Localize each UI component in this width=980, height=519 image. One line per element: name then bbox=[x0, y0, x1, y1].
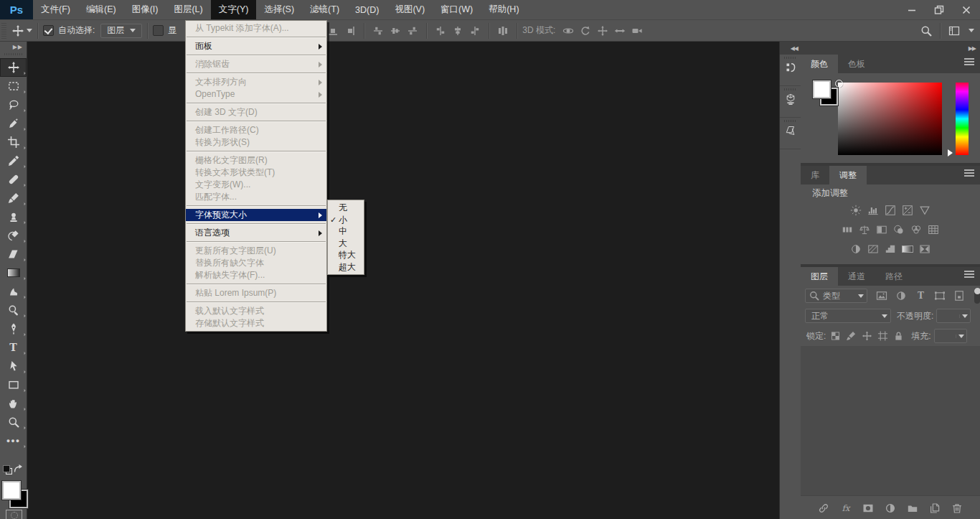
invert-icon[interactable] bbox=[850, 243, 862, 255]
vibrance-icon[interactable] bbox=[919, 204, 931, 216]
menubar-item-3d[interactable]: 3D(D) bbox=[347, 0, 387, 19]
workspace-chevron-icon[interactable] bbox=[969, 29, 974, 32]
align-right-edges-icon[interactable] bbox=[341, 23, 359, 39]
3d-zoom-icon[interactable] bbox=[628, 23, 646, 39]
layer-filter-toggle[interactable] bbox=[974, 288, 980, 304]
menubar-item-window[interactable]: 窗口(W) bbox=[433, 0, 481, 19]
lock-image-icon[interactable] bbox=[846, 330, 857, 342]
link-layers-button[interactable] bbox=[817, 502, 830, 515]
tab-layers-1[interactable]: 通道 bbox=[838, 267, 875, 286]
blend-mode-dropdown[interactable]: 正常 bbox=[805, 309, 891, 323]
font-preview-size-option[interactable]: 大 bbox=[328, 238, 364, 250]
font-preview-size-option[interactable]: 特大 bbox=[328, 249, 364, 261]
quick-selection-tool[interactable] bbox=[0, 114, 27, 133]
delete-layer-button[interactable] bbox=[951, 502, 963, 515]
3d-pan-icon[interactable] bbox=[594, 23, 611, 39]
align-right2-edges-icon[interactable] bbox=[466, 23, 484, 39]
menubar-item-filter[interactable]: 滤镜(T) bbox=[302, 0, 347, 19]
color-panel-menu-icon[interactable] bbox=[964, 61, 974, 62]
history-panel-button[interactable] bbox=[780, 55, 801, 86]
type-menu-item[interactable]: 面板 bbox=[186, 40, 326, 52]
type-menu-item[interactable]: 载入默认文字样式 bbox=[186, 305, 326, 317]
adjustments-panel-menu-icon[interactable] bbox=[964, 172, 974, 174]
adjustment-layers-icon[interactable] bbox=[895, 290, 908, 302]
foreground-color-swatch[interactable] bbox=[2, 481, 21, 500]
hand-tool[interactable] bbox=[0, 394, 27, 413]
color-balance-icon[interactable] bbox=[859, 223, 871, 235]
type-menu-item[interactable]: 创建 3D 文字(D) bbox=[186, 106, 326, 118]
align-bottom2-edges-icon[interactable] bbox=[404, 23, 421, 39]
type-tool[interactable]: T bbox=[0, 338, 27, 357]
hue-ramp[interactable] bbox=[956, 83, 969, 155]
selective-color-icon[interactable] bbox=[919, 243, 931, 255]
type-menu-item[interactable]: 文本排列方向 bbox=[186, 76, 326, 88]
color-picker-circle-icon[interactable] bbox=[835, 80, 843, 88]
type-menu-item[interactable]: 匹配字体... bbox=[186, 191, 326, 203]
align-vertical-centers-icon[interactable] bbox=[387, 23, 404, 39]
color-lookup-icon[interactable] bbox=[928, 223, 940, 235]
lock-transparent-icon[interactable] bbox=[830, 330, 841, 342]
fill-dropdown[interactable] bbox=[934, 329, 967, 343]
swap-colors-icon[interactable] bbox=[13, 464, 24, 475]
type-menu-item[interactable]: 栅格化文字图层(R) bbox=[186, 154, 326, 167]
toolbar-grip[interactable] bbox=[4, 53, 22, 55]
3d-slide-icon[interactable] bbox=[611, 23, 628, 39]
font-preview-size-option[interactable]: 超大 bbox=[328, 261, 364, 273]
menubar-item-layer[interactable]: 图层(L) bbox=[166, 0, 210, 19]
gradient-tool[interactable] bbox=[0, 263, 27, 282]
tab-adjustments-0[interactable]: 库 bbox=[801, 166, 829, 184]
close-button[interactable] bbox=[953, 0, 980, 19]
distribute-spacing-icon[interactable] bbox=[494, 23, 512, 39]
lock-artboard-icon[interactable] bbox=[877, 330, 888, 342]
crop-tool[interactable] bbox=[0, 133, 27, 151]
tab-layers-2[interactable]: 路径 bbox=[875, 267, 913, 286]
menubar-item-type[interactable]: 文字(Y) bbox=[211, 0, 257, 19]
type-menu-item[interactable]: 消除锯齿 bbox=[186, 58, 326, 70]
layers-panel-menu-icon[interactable] bbox=[964, 273, 974, 275]
saturation-brightness-field[interactable] bbox=[838, 83, 942, 155]
spot-healing-brush-tool[interactable] bbox=[0, 170, 27, 189]
clone-stamp-tool[interactable] bbox=[0, 207, 27, 226]
search-icon[interactable] bbox=[918, 23, 935, 39]
pen-tool[interactable] bbox=[0, 319, 27, 338]
show-transform-checkbox[interactable] bbox=[153, 25, 164, 36]
layer-comps-panel-button[interactable] bbox=[780, 118, 801, 149]
font-preview-size-option[interactable]: 无 bbox=[328, 202, 364, 214]
auto-select-target-dropdown[interactable]: 图层 bbox=[100, 24, 142, 38]
type-menu-item[interactable]: 更新所有文字图层(U) bbox=[186, 245, 326, 257]
menubar-item-select[interactable]: 选择(S) bbox=[256, 0, 302, 19]
type-menu-item[interactable]: 语言选项 bbox=[186, 227, 326, 239]
layer-filter-type-dropdown[interactable]: 类型 bbox=[805, 289, 867, 303]
restore-button[interactable] bbox=[925, 0, 953, 19]
type-menu-item[interactable]: 存储默认文字样式 bbox=[186, 317, 326, 329]
font-preview-size-option[interactable]: 中 bbox=[328, 225, 364, 238]
tab-adjustments-1[interactable]: 调整 bbox=[829, 166, 867, 184]
shape-layers-icon[interactable] bbox=[934, 290, 946, 302]
hue-saturation-icon[interactable] bbox=[842, 223, 854, 235]
new-layer-button[interactable] bbox=[928, 502, 941, 515]
color-panel-foreground-swatch[interactable] bbox=[813, 80, 831, 98]
lock-position-icon[interactable] bbox=[862, 330, 872, 342]
lasso-tool[interactable] bbox=[0, 95, 27, 114]
canvas-area[interactable] bbox=[27, 42, 779, 519]
posterize-icon[interactable] bbox=[867, 243, 880, 255]
type-menu-item[interactable]: 创建工作路径(C) bbox=[186, 124, 326, 136]
opacity-dropdown[interactable] bbox=[936, 309, 971, 323]
threshold-icon[interactable] bbox=[885, 243, 897, 255]
menubar-item-help[interactable]: 帮助(H) bbox=[481, 0, 527, 19]
eyedropper-tool[interactable] bbox=[0, 151, 27, 170]
align-top-edges-icon[interactable] bbox=[369, 23, 387, 39]
align-left-edges-icon[interactable] bbox=[432, 23, 449, 39]
workspace-switcher-icon[interactable] bbox=[946, 23, 963, 39]
type-menu-item[interactable]: 解析缺失字体(F)... bbox=[186, 269, 326, 281]
type-layers-icon[interactable]: T bbox=[915, 290, 927, 302]
gradient-map-icon[interactable] bbox=[902, 243, 914, 255]
new-group-button[interactable] bbox=[906, 502, 919, 515]
tab-color-1[interactable]: 色板 bbox=[838, 55, 875, 73]
3d-orbit-icon[interactable] bbox=[560, 23, 577, 39]
eraser-tool[interactable] bbox=[0, 245, 27, 263]
dodge-tool[interactable] bbox=[0, 301, 27, 319]
options-bar-grip[interactable] bbox=[1, 23, 6, 39]
move-tool-icon[interactable] bbox=[12, 25, 24, 37]
exposure-icon[interactable] bbox=[902, 204, 914, 216]
